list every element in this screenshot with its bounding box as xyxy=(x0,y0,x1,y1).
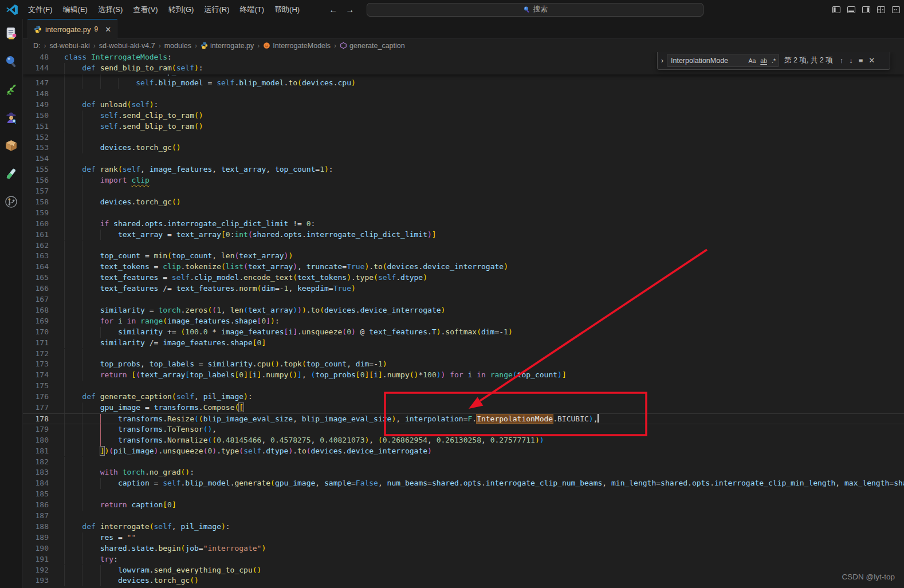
line-number: 191 xyxy=(23,554,49,565)
menu-选择[interactable]: 选择(S) xyxy=(93,0,128,19)
tab-bar: interrogate.py 9 ✕ xyxy=(23,19,904,39)
search-icon[interactable] xyxy=(4,54,19,69)
code-line-162[interactable]: 162 xyxy=(23,240,904,251)
find-prev-icon[interactable]: ↑ xyxy=(837,56,847,65)
find-close-icon[interactable]: ✕ xyxy=(866,56,878,65)
code-line-179[interactable]: 179 transforms.ToTensor(), xyxy=(23,424,904,435)
code-line-166[interactable]: 166 text_features /= text_features.norm(… xyxy=(23,283,904,294)
code-line-170[interactable]: 170 similarity += (100.0 * image_feature… xyxy=(23,327,904,338)
class-icon xyxy=(263,42,270,49)
detective-icon[interactable] xyxy=(4,110,19,125)
code-line-154[interactable]: 154 xyxy=(23,153,904,164)
code-line-152[interactable]: 152 xyxy=(23,132,904,143)
code-line-151[interactable]: 151 self.send_blip_to_ram() xyxy=(23,121,904,132)
forward-arrow-icon[interactable]: → xyxy=(345,5,354,14)
code-line-190[interactable]: 190 shared.state.begin(job="interrogate"… xyxy=(23,543,904,554)
code-line-159[interactable]: 159 xyxy=(23,208,904,219)
code-line-180[interactable]: 180 transforms.Normalize((0.48145466, 0.… xyxy=(23,435,904,446)
breadcrumb-item-interrogatemodels[interactable]: InterrogateModels xyxy=(263,42,331,50)
menu-文件[interactable]: 文件(F) xyxy=(23,0,58,19)
find-expand-chevron-icon[interactable]: › xyxy=(658,56,667,65)
code-line-167[interactable]: 167 xyxy=(23,294,904,305)
code-line-193[interactable]: 193 devices.torch_gc() xyxy=(23,575,904,586)
menu-查看[interactable]: 查看(V) xyxy=(128,0,163,19)
code-line-172[interactable]: 172 xyxy=(23,349,904,360)
match-case-icon[interactable]: Aa xyxy=(748,57,756,64)
code-line-178[interactable]: 178 transforms.Resize((blip_image_eval_s… xyxy=(23,413,904,424)
line-number: 155 xyxy=(23,164,49,175)
code-line-147[interactable]: 147 self.blip_model = self.blip_model.to… xyxy=(23,78,904,89)
code-line-189[interactable]: 189 res = "" xyxy=(23,532,904,543)
code-line-182[interactable]: 182 xyxy=(23,457,904,468)
code-line-150[interactable]: 150 self.send_clip_to_ram() xyxy=(23,111,904,121)
breadcrumb-item-sd-webui-aki[interactable]: sd-webui-aki xyxy=(50,42,90,50)
code-line-175[interactable]: 175 xyxy=(23,381,904,392)
code-line-156[interactable]: 156 import clip xyxy=(23,175,904,186)
line-content: self.blip_model = self.blip_model.to(dev… xyxy=(64,78,356,89)
find-input[interactable]: InterpolationMode Aa ab .* xyxy=(667,54,779,67)
code-line-161[interactable]: 161 text_array = text_array[0:int(shared… xyxy=(23,230,904,240)
code-line-148[interactable]: 148 xyxy=(23,89,904,100)
code-line-153[interactable]: 153 devices.torch_gc() xyxy=(23,143,904,153)
code-line-163[interactable]: 163 top_count = min(top_count, len(text_… xyxy=(23,251,904,262)
git-branch-icon[interactable] xyxy=(4,194,19,209)
code-line-185[interactable]: 185 xyxy=(23,489,904,500)
breadcrumb-item-sd-webui-aki-v4.7[interactable]: sd-webui-aki-v4.7 xyxy=(99,42,155,50)
find-in-selection-icon[interactable]: ≡ xyxy=(856,56,866,65)
whole-word-icon[interactable]: ab xyxy=(760,57,768,64)
code-line-192[interactable]: 192 lowvram.send_everything_to_cpu() xyxy=(23,565,904,576)
code-line-157[interactable]: 157 xyxy=(23,186,904,197)
menu-编辑[interactable]: 编辑(E) xyxy=(58,0,93,19)
code-line-173[interactable]: 173 top_probs, top_labels = similarity.c… xyxy=(23,359,904,370)
line-number: 183 xyxy=(23,467,49,478)
code-line-149[interactable]: 149 def unload(self): xyxy=(23,100,904,111)
breadcrumb-item-generate_caption[interactable]: generate_caption xyxy=(340,42,405,50)
explorer-docs-icon[interactable] xyxy=(4,26,19,41)
breadcrumb-item-modules[interactable]: modules xyxy=(164,42,191,50)
toggle-sidebar-right-icon[interactable] xyxy=(861,5,871,14)
find-next-icon[interactable]: ↓ xyxy=(846,56,856,65)
code-line-184[interactable]: 184 caption = self.blip_model.generate(g… xyxy=(23,478,904,489)
code-line-188[interactable]: 188 def interrogate(self, pil_image): xyxy=(23,522,904,532)
menu-终端[interactable]: 终端(T) xyxy=(234,0,269,19)
code-line-169[interactable]: 169 for i in range(image_features.shape[… xyxy=(23,316,904,327)
test-tube-icon[interactable] xyxy=(4,166,19,181)
toggle-sidebar-left-icon[interactable] xyxy=(831,5,841,14)
code-line-160[interactable]: 160 if shared.opts.interrogate_clip_dict… xyxy=(23,219,904,230)
code-line-191[interactable]: 191 try: xyxy=(23,554,904,565)
breadcrumb-label: InterrogateModels xyxy=(273,42,331,50)
code-editor[interactable]: 146 if self.blip_model is not None:147 s… xyxy=(23,52,904,588)
code-line-158[interactable]: 158 devices.torch_gc() xyxy=(23,197,904,208)
back-arrow-icon[interactable]: ← xyxy=(329,5,337,14)
tab-interrogate-py[interactable]: interrogate.py 9 ✕ xyxy=(27,19,117,39)
code-line-171[interactable]: 171 similarity /= image_features.shape[0… xyxy=(23,338,904,349)
line-number: 153 xyxy=(23,143,49,153)
breadcrumb-item-d:[interactable]: D: xyxy=(33,42,41,50)
toggle-panel-icon[interactable] xyxy=(846,5,856,14)
code-line-177[interactable]: 177 gpu_image = transforms.Compose([ xyxy=(23,402,904,413)
more-layout-icon[interactable] xyxy=(891,5,901,14)
tab-close-icon[interactable]: ✕ xyxy=(105,25,111,34)
breadcrumb-item-interrogate.py[interactable]: interrogate.py xyxy=(201,42,254,50)
code-line-174[interactable]: 174 return [(text_array[top_labels[0][i]… xyxy=(23,370,904,381)
command-center-search[interactable]: 搜索 xyxy=(367,3,703,17)
code-line-183[interactable]: 183 with torch.no_grad(): xyxy=(23,467,904,478)
code-line-181[interactable]: 181 ])(pil_image).unsqueeze(0).type(self… xyxy=(23,446,904,457)
code-line-168[interactable]: 168 similarity = torch.zeros((1, len(tex… xyxy=(23,305,904,316)
plant-icon[interactable] xyxy=(4,82,19,97)
tab-problems-badge: 9 xyxy=(95,25,99,33)
regex-icon[interactable]: .* xyxy=(771,57,776,64)
customize-layout-icon[interactable] xyxy=(876,5,886,14)
code-line-176[interactable]: 176 def generate_caption(self, pil_image… xyxy=(23,392,904,402)
menu-运行[interactable]: 运行(R) xyxy=(199,0,234,19)
code-line-165[interactable]: 165 text_features = self.clip_model.enco… xyxy=(23,273,904,283)
package-icon[interactable] xyxy=(4,138,19,153)
menu-转到[interactable]: 转到(G) xyxy=(163,0,199,19)
code-line-155[interactable]: 155 def rank(self, image_features, text_… xyxy=(23,164,904,175)
line-number: 178 xyxy=(23,414,49,425)
code-line-164[interactable]: 164 text_tokens = clip.tokenize(list(tex… xyxy=(23,262,904,273)
code-line-187[interactable]: 187 xyxy=(23,511,904,522)
code-line-186[interactable]: 186 return caption[0] xyxy=(23,500,904,511)
line-content: text_array = text_array[0:int(shared.opt… xyxy=(64,230,437,240)
menu-帮助[interactable]: 帮助(H) xyxy=(269,0,305,19)
